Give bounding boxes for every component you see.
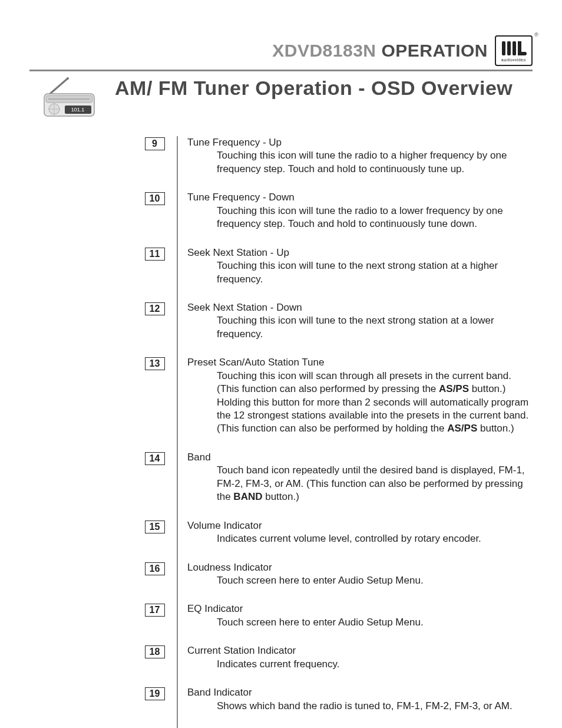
item-title: Seek Next Station - Down — [187, 302, 302, 313]
svg-point-4 — [67, 77, 69, 80]
bold-term: BAND — [233, 491, 262, 502]
item-title: Volume Indicator — [187, 520, 262, 531]
brand-logo-wrap: ® audio•video — [495, 35, 533, 66]
item-title: Current Station Indicator — [187, 645, 296, 656]
item-row: 9Tune Frequency - UpTouching this icon w… — [133, 136, 533, 191]
page-header: XDVD8183N OPERATION ® audio•video — [29, 35, 533, 66]
item-text-cell: Seek Next Station - DownTouching this ic… — [178, 301, 533, 356]
item-number-box: 15 — [145, 521, 165, 533]
item-number-cell: 9 — [133, 136, 177, 191]
item-description: Touch screen here to enter Audio Setup M… — [187, 616, 533, 629]
product-title: XDVD8183N OPERATION — [272, 41, 488, 61]
items-table: 9Tune Frequency - UpTouching this icon w… — [133, 136, 533, 728]
item-description: Indicates current frequency. — [187, 658, 533, 671]
item-description: Touch screen here to enter Audio Setup M… — [187, 574, 533, 587]
item-row: 16Loudness IndicatorTouch screen here to… — [133, 561, 533, 603]
item-number-box: 16 — [145, 562, 165, 575]
item-title: EQ Indicator — [187, 603, 243, 614]
item-title: Seek Next Station - Up — [187, 247, 289, 258]
item-number-box: 19 — [145, 687, 165, 700]
item-title: Band — [187, 452, 211, 463]
item-number-cell: 17 — [133, 602, 177, 644]
manual-page: XDVD8183N OPERATION ® audio•video — [0, 0, 562, 728]
dual-logo-icon — [500, 40, 528, 57]
svg-rect-2 — [513, 41, 516, 55]
item-number-cell: 12 — [133, 301, 177, 356]
item-text-cell: Preset Scan/Auto Station TuneTouching th… — [178, 356, 533, 451]
item-title: Tune Frequency - Up — [187, 137, 282, 148]
item-title: Preset Scan/Auto Station Tune — [187, 357, 324, 368]
item-title: Band Indicator — [187, 687, 252, 698]
svg-rect-1 — [507, 41, 511, 55]
item-description: Touching this icon will tune the radio t… — [187, 205, 533, 231]
item-text-cell: BandTouch band icon repeatedly until the… — [178, 451, 533, 519]
brand-logo: audio•video — [495, 35, 533, 66]
registered-mark: ® — [534, 32, 538, 38]
svg-line-3 — [50, 78, 68, 94]
item-title: Loudness Indicator — [187, 562, 272, 573]
item-row: 14BandTouch band icon repeatedly until t… — [133, 451, 533, 519]
item-number-box: 17 — [145, 604, 165, 617]
brand-subtitle: audio•video — [501, 58, 526, 62]
bold-term: AS/PS — [447, 423, 477, 434]
item-description: Touching this icon will tune to the next… — [187, 259, 533, 286]
header-divider — [29, 70, 533, 71]
item-row: 18Current Station IndicatorIndicates cur… — [133, 644, 533, 686]
item-row: 11Seek Next Station - UpTouching this ic… — [133, 246, 533, 301]
item-description: Touching this icon will tune to the next… — [187, 314, 533, 341]
section-heading-row: 101.1 AM/ FM Tuner Operation - OSD Overv… — [29, 77, 533, 118]
item-description: Shows which band the radio is tuned to, … — [187, 700, 533, 713]
item-row: 12Seek Next Station - DownTouching this … — [133, 301, 533, 356]
item-row: 17EQ IndicatorTouch screen here to enter… — [133, 602, 533, 644]
item-number-box: 12 — [145, 302, 165, 315]
item-row: 10Tune Frequency - DownTouching this ico… — [133, 191, 533, 246]
item-row: 13Preset Scan/Auto Station TuneTouching … — [133, 356, 533, 451]
bold-term: AS/PS — [439, 383, 469, 394]
svg-text:101.1: 101.1 — [71, 107, 85, 113]
radio-icon: 101.1 — [41, 77, 97, 118]
content-area: 9Tune Frequency - UpTouching this icon w… — [29, 136, 533, 728]
item-text-cell: Band IndicatorShows which band the radio… — [178, 686, 533, 728]
item-description: Indicates current volume level, controll… — [187, 532, 533, 545]
item-number-cell: 16 — [133, 561, 177, 603]
item-text-cell: Current Station IndicatorIndicates curre… — [178, 644, 533, 686]
item-text-cell: Volume IndicatorIndicates current volume… — [178, 519, 533, 561]
item-description: Touch band icon repeatedly until the des… — [187, 464, 533, 503]
item-text-cell: Tune Frequency - DownTouching this icon … — [178, 191, 533, 246]
section-title: AM/ FM Tuner Operation - OSD Overview — [115, 77, 513, 99]
item-text-cell: EQ IndicatorTouch screen here to enter A… — [178, 602, 533, 644]
item-number-box: 18 — [145, 645, 165, 658]
model-number: XDVD8183N — [272, 41, 376, 60]
item-row: 19Band IndicatorShows which band the rad… — [133, 686, 533, 728]
item-number-box: 11 — [145, 248, 165, 261]
item-number-cell: 14 — [133, 451, 177, 519]
item-number-cell: 19 — [133, 686, 177, 728]
item-number-box: 10 — [145, 192, 165, 205]
operation-label: OPERATION — [381, 41, 488, 60]
item-title: Tune Frequency - Down — [187, 192, 295, 203]
item-description: Touching this icon will tune the radio t… — [187, 149, 533, 176]
item-row: 15Volume IndicatorIndicates current volu… — [133, 519, 533, 561]
item-number-box: 9 — [145, 137, 165, 150]
item-text-cell: Seek Next Station - UpTouching this icon… — [178, 246, 533, 301]
svg-rect-0 — [502, 41, 505, 55]
item-text-cell: Tune Frequency - UpTouching this icon wi… — [178, 136, 533, 191]
item-number-cell: 18 — [133, 644, 177, 686]
item-number-cell: 15 — [133, 519, 177, 561]
item-number-cell: 10 — [133, 191, 177, 246]
item-number-box: 13 — [145, 357, 165, 370]
item-number-cell: 13 — [133, 356, 177, 451]
item-description: Touching this icon will scan through all… — [187, 370, 533, 436]
item-text-cell: Loudness IndicatorTouch screen here to e… — [178, 561, 533, 603]
item-number-box: 14 — [145, 452, 165, 465]
item-number-cell: 11 — [133, 246, 177, 301]
